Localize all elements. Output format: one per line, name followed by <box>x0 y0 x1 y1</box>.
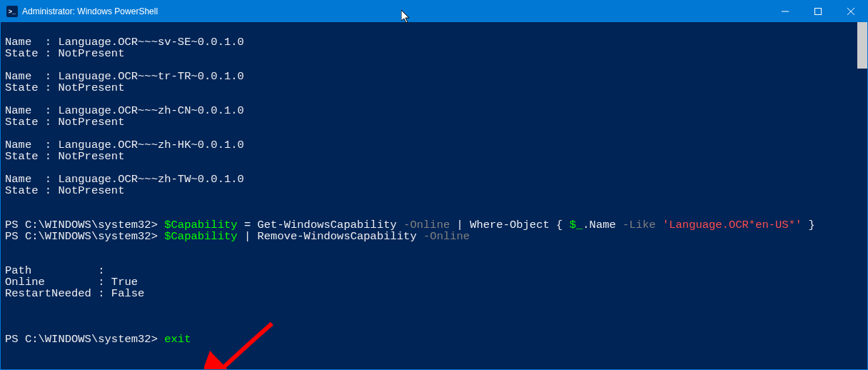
close-button[interactable] <box>834 1 867 22</box>
window-title: Administrator: Windows PowerShell <box>22 6 158 16</box>
powershell-icon: >_ <box>6 6 18 17</box>
maximize-button[interactable] <box>802 1 834 22</box>
minimize-button[interactable] <box>769 1 802 22</box>
scrollbar[interactable] <box>857 22 867 369</box>
terminal-container: Name : Language.OCR~~~sv-SE~0.0.1.0State… <box>1 22 867 369</box>
terminal-output[interactable]: Name : Language.OCR~~~sv-SE~0.0.1.0State… <box>1 22 857 369</box>
titlebar-left: >_ Administrator: Windows PowerShell <box>6 6 158 17</box>
titlebar[interactable]: >_ Administrator: Windows PowerShell <box>1 1 867 22</box>
window-controls <box>769 1 867 22</box>
powershell-window: >_ Administrator: Windows PowerShell Nam… <box>0 0 868 370</box>
svg-rect-0 <box>815 9 822 15</box>
scrollbar-thumb[interactable] <box>857 22 867 69</box>
